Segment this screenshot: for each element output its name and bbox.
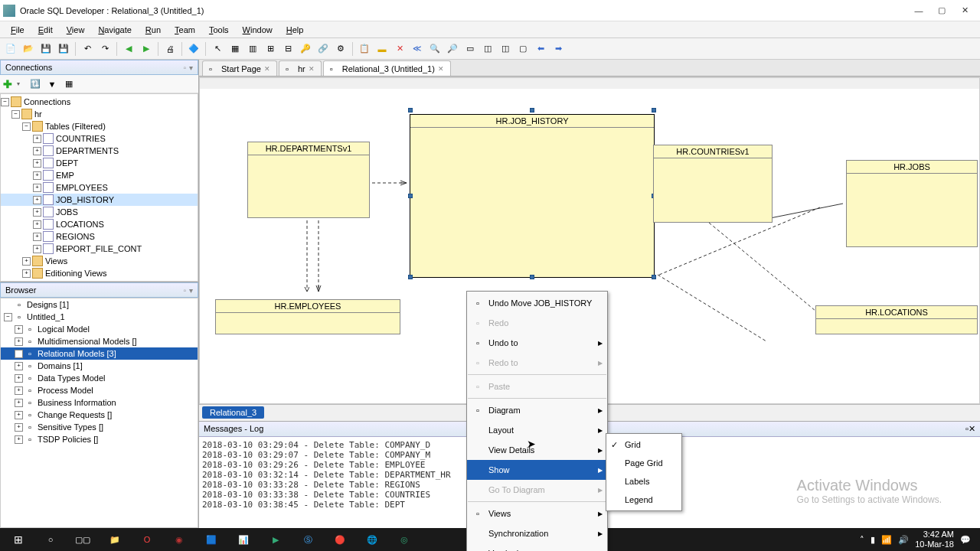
dm-icon[interactable]: 🔷 bbox=[186, 41, 201, 57]
tray-chevron-icon[interactable]: ˄ bbox=[860, 535, 864, 545]
ddl-icon[interactable]: 📋 bbox=[357, 41, 372, 57]
menu-window[interactable]: Window bbox=[237, 23, 279, 37]
filter-icon[interactable]: ▼ bbox=[46, 78, 58, 90]
tab-start-page[interactable]: ▫Start Page✕ bbox=[202, 60, 277, 76]
ctx-undo-move-job-history[interactable]: ▫Undo Move JOB_HISTORY bbox=[467, 293, 607, 313]
pk-icon[interactable]: 🔑 bbox=[298, 41, 313, 57]
browser-item[interactable]: −▫Untitled_1 bbox=[1, 311, 198, 323]
menu-tools[interactable]: Tools bbox=[203, 23, 235, 37]
connections-tree[interactable]: −Connections−hr−Tables (Filtered)+COUNTR… bbox=[0, 93, 198, 282]
notifications-icon[interactable]: 💬 bbox=[960, 535, 971, 545]
browser-item[interactable]: +▫Domains [1] bbox=[1, 360, 198, 372]
browser-item[interactable]: +▫Data Types Model bbox=[1, 372, 198, 384]
app-icon[interactable]: ◎ bbox=[389, 529, 420, 550]
panel-min-icon[interactable]: ▫ bbox=[183, 286, 186, 295]
tree-item[interactable]: +Views bbox=[1, 255, 198, 267]
tab-close-icon[interactable]: ✕ bbox=[264, 65, 270, 73]
tree-item[interactable]: −Connections bbox=[1, 96, 198, 108]
show-submenu[interactable]: ✓GridPage GridLabelsLegend bbox=[606, 433, 682, 511]
save-icon[interactable]: 💾 bbox=[38, 41, 54, 57]
delete-icon[interactable]: ✕ bbox=[392, 41, 407, 57]
menu-navigate[interactable]: Navigate bbox=[92, 23, 137, 37]
menu-run[interactable]: Run bbox=[139, 23, 167, 37]
tree-item[interactable]: +DEPT bbox=[1, 157, 198, 169]
browser-item[interactable]: +▫Business Information bbox=[1, 396, 198, 409]
start-button[interactable]: ⊞ bbox=[3, 529, 34, 550]
menu-edit[interactable]: Edit bbox=[32, 23, 59, 37]
tab-hr[interactable]: ▫hr✕ bbox=[279, 60, 322, 76]
chrome-icon[interactable]: 🌐 bbox=[357, 529, 387, 550]
sub-page-grid[interactable]: Page Grid bbox=[606, 454, 681, 472]
merge-icon[interactable]: ⊟ bbox=[280, 41, 296, 57]
ctx-synchronization[interactable]: Synchronization▶ bbox=[467, 523, 607, 543]
maximize-button[interactable]: ▢ bbox=[936, 5, 948, 17]
open-icon[interactable]: 📂 bbox=[21, 41, 36, 57]
browser-item[interactable]: +▫Relational Models [3] bbox=[1, 347, 198, 360]
entity-HR-JOBS[interactable]: HR.JOBS bbox=[846, 160, 978, 247]
log-close-icon[interactable]: ✕ bbox=[969, 424, 975, 433]
layout1-icon[interactable]: ◫ bbox=[480, 41, 495, 57]
tree-item[interactable]: +LOCATIONS bbox=[1, 218, 198, 230]
browser-tree[interactable]: ▫Designs [1]−▫Untitled_1+▫Logical Model+… bbox=[0, 298, 198, 528]
refresh-icon[interactable]: 🔃 bbox=[29, 78, 41, 90]
tree-item[interactable]: +JOBS bbox=[1, 206, 198, 218]
ctx-view-details[interactable]: View Details▶ bbox=[467, 440, 607, 460]
browser-item[interactable]: +▫Logical Model bbox=[1, 323, 198, 335]
ctx-show[interactable]: Show▶ bbox=[467, 460, 607, 480]
relational-tab[interactable]: Relational_3 bbox=[202, 406, 264, 419]
ctx-views[interactable]: ▫Views▶ bbox=[467, 504, 607, 523]
menu-file[interactable]: File bbox=[5, 23, 31, 37]
opera-icon[interactable]: O bbox=[132, 529, 162, 550]
browser-item[interactable]: +▫Change Requests [] bbox=[1, 409, 198, 421]
minimize-button[interactable]: — bbox=[913, 5, 925, 17]
tree-item[interactable]: +EMP bbox=[1, 169, 198, 181]
browser-item[interactable]: +▫Process Model bbox=[1, 384, 198, 396]
app-icon[interactable]: 📊 bbox=[228, 529, 259, 550]
tab-close-icon[interactable]: ✕ bbox=[438, 65, 444, 73]
pointer-icon[interactable]: ↖ bbox=[210, 41, 225, 57]
tree-item[interactable]: +DEPARTMENTS bbox=[1, 145, 198, 157]
menu-team[interactable]: Team bbox=[168, 23, 201, 37]
nav-fwd-icon[interactable]: ▶ bbox=[139, 41, 154, 57]
undo-icon[interactable]: ↶ bbox=[80, 41, 95, 57]
tree-item[interactable]: +Editioning Views bbox=[1, 267, 198, 279]
engineer-icon[interactable]: ⚙ bbox=[333, 41, 348, 57]
system-tray[interactable]: ˄ ▮ 📶 🔊 3:42 AM 10-Mar-18 💬 bbox=[860, 530, 977, 549]
sub-labels[interactable]: Labels bbox=[606, 472, 681, 491]
ctx-undo-to[interactable]: ▫Undo to▶ bbox=[467, 333, 607, 353]
back-icon[interactable]: ⬅ bbox=[533, 41, 548, 57]
cortana-icon[interactable]: ○ bbox=[35, 529, 66, 550]
sub-grid[interactable]: ✓Grid bbox=[606, 435, 681, 454]
browser-item[interactable]: +▫Multidimensional Models [] bbox=[1, 335, 198, 347]
browser-item[interactable]: ▫Designs [1] bbox=[1, 298, 198, 311]
app-icon[interactable]: 🔴 bbox=[325, 529, 355, 550]
app-icon[interactable]: ◉ bbox=[164, 529, 194, 550]
context-menu[interactable]: ▫Undo Move JOB_HISTORY▫Redo▫Undo to▶▫Red… bbox=[466, 291, 608, 551]
explorer-icon[interactable]: 📁 bbox=[100, 529, 130, 550]
forward-icon[interactable]: ➡ bbox=[550, 41, 566, 57]
zoom-out-icon[interactable]: 🔍 bbox=[427, 41, 443, 57]
entity-HR-EMPLOYEES[interactable]: HR.EMPLOYEES bbox=[215, 299, 400, 334]
fk-icon[interactable]: 🔗 bbox=[315, 41, 331, 57]
wifi-icon[interactable]: 📶 bbox=[881, 535, 892, 545]
app-icon[interactable]: 🟦 bbox=[196, 529, 227, 550]
zoom-in-icon[interactable]: 🔎 bbox=[445, 41, 460, 57]
menu-help[interactable]: Help bbox=[280, 23, 310, 37]
panel-close-icon[interactable]: ▾ bbox=[189, 286, 193, 295]
nav-back-icon[interactable]: ◀ bbox=[121, 41, 136, 57]
sqldev-icon[interactable]: ▶ bbox=[260, 529, 291, 550]
tab-relational-3-untitled-1-[interactable]: ▫Relational_3 (Untitled_1)✕ bbox=[323, 60, 451, 76]
browser-item[interactable]: +▫Sensitive Types [] bbox=[1, 421, 198, 433]
sub-legend[interactable]: Legend bbox=[606, 491, 681, 509]
tree-item[interactable]: −hr bbox=[1, 108, 198, 120]
entity-HR-COUNTRIESv1[interactable]: HR.COUNTRIESv1 bbox=[653, 145, 773, 223]
browser-item[interactable]: +▫TSDP Policies [] bbox=[1, 433, 198, 445]
save-all-icon[interactable]: 💾 bbox=[56, 41, 71, 57]
rewind-icon[interactable]: ≪ bbox=[410, 41, 425, 57]
tab-close-icon[interactable]: ✕ bbox=[309, 65, 315, 73]
panel-close-icon[interactable]: ▾ bbox=[189, 64, 193, 72]
entity-HR-JOB_HISTORY[interactable]: HR.JOB_HISTORY bbox=[410, 114, 655, 278]
ctx-diagram[interactable]: ▫Diagram▶ bbox=[467, 400, 607, 420]
new-icon[interactable]: 📄 bbox=[3, 41, 18, 57]
redo-icon[interactable]: ↷ bbox=[97, 41, 113, 57]
